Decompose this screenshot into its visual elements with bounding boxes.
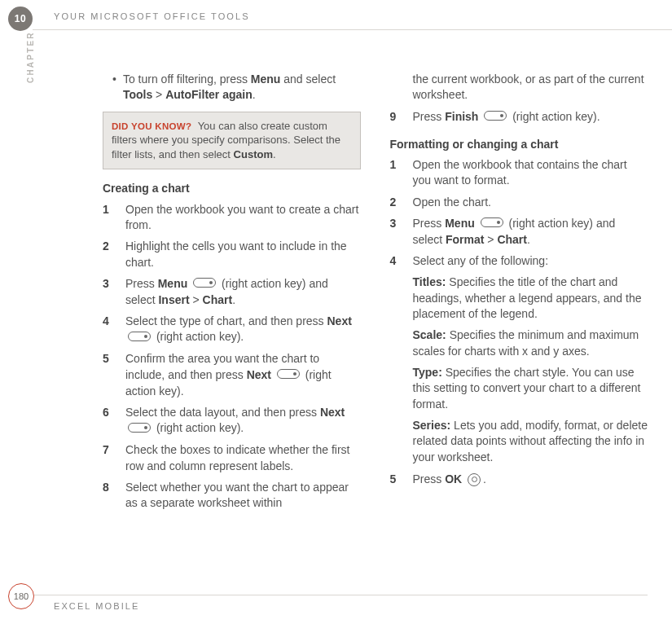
step-number: 9 (390, 109, 402, 125)
next-label: Next (327, 314, 351, 327)
sub-text: Specifies the minimum and maximum scales… (413, 328, 639, 357)
step-number: 8 (103, 480, 114, 512)
text: Press (413, 217, 446, 230)
text: > (152, 88, 165, 101)
list-item: 3 Press Menu (right action key) and sele… (390, 216, 648, 248)
step-text: Check the boxes to indicate whether the … (125, 442, 361, 474)
step-number: 3 (103, 276, 114, 308)
creating-chart-heading: Creating a chart (103, 181, 361, 196)
creating-chart-steps: 1Open the workbook you want to create a … (103, 202, 361, 512)
step-9: 9 Press Finish (right action key). (390, 109, 648, 125)
custom-label: Custom (234, 148, 273, 160)
right-action-key-icon (484, 109, 507, 125)
content-columns: • To turn off filtering, press Menu and … (103, 72, 648, 588)
center-key-icon (468, 472, 481, 489)
list-item: 1Open the workbook that contains the cha… (390, 157, 648, 189)
list-item: 2Open the chart. (390, 195, 648, 210)
step-text: Open the chart. (413, 195, 648, 210)
step-number: 5 (103, 351, 114, 399)
chapter-label-text: CHAPTER (26, 31, 35, 83)
text: and select (280, 72, 336, 86)
step-text: Press Menu (right action key) and select… (125, 276, 361, 308)
list-item: 5 Press OK . (390, 472, 648, 489)
step-text: Select any of the following: (413, 253, 648, 269)
text: (right action key). (153, 330, 244, 343)
list-item: 9 Press Finish (right action key). (390, 109, 648, 125)
step-text: Open the workbook you want to create a c… (125, 202, 361, 234)
text: Press (413, 110, 446, 123)
step-text: Press OK . (413, 472, 648, 489)
list-item: 4 Select the type of chart, and then pre… (103, 314, 361, 345)
list-item: 8Select whether you want the chart to ap… (103, 480, 361, 512)
menu-label: Menu (251, 72, 281, 86)
text: Press (413, 472, 446, 485)
right-action-key-icon (128, 421, 151, 437)
sub-type: Type: Specifies the chart style. You can… (413, 365, 648, 412)
footer-rule (33, 595, 648, 595)
step-number: 1 (103, 202, 114, 234)
text: . (273, 148, 276, 160)
right-action-key-icon (277, 367, 300, 383)
filter-off-bullet: • To turn off filtering, press Menu and … (103, 72, 361, 103)
step-number: 5 (390, 472, 402, 489)
step-number: 4 (103, 314, 114, 345)
chapter-number-badge: 10 (8, 7, 33, 31)
text: . (483, 472, 486, 485)
sub-series: Series: Lets you add, modify, format, or… (413, 418, 648, 465)
next-label: Next (247, 368, 271, 381)
chart-label: Chart (203, 293, 233, 306)
sub-label: Titles: (413, 275, 446, 288)
step-text: Confirm the area you want the chart to i… (125, 351, 361, 399)
page-footer: 180 EXCEL MOBILE (0, 595, 672, 619)
step-number: 3 (390, 216, 402, 248)
chapter-label-vertical: CHAPTER (8, 33, 18, 106)
text: To turn off filtering, press (123, 72, 251, 86)
sub-text: Specifies the chart style. You can use t… (413, 366, 641, 411)
ok-label: OK (445, 472, 462, 485)
list-item: 3 Press Menu (right action key) and sele… (103, 276, 361, 308)
page-number-badge: 180 (8, 583, 34, 609)
text: . (527, 233, 530, 246)
step-text: Highlight the cells you want to include … (125, 239, 361, 270)
list-item: 1Open the workbook you want to create a … (103, 202, 361, 234)
list-item: 5 Confirm the area you want the chart to… (103, 351, 361, 399)
text: Select the data layout, and then press (125, 406, 320, 419)
filter-off-text: To turn off filtering, press Menu and se… (123, 72, 361, 103)
insert-label: Insert (158, 293, 189, 306)
sub-text: Specifies the title of the chart and hea… (413, 275, 642, 320)
menu-label: Menu (158, 277, 188, 290)
step-text: Open the workbook that contains the char… (413, 157, 648, 189)
header-rule (33, 29, 672, 30)
text: > (484, 233, 497, 246)
format-label: Format (446, 233, 484, 246)
right-action-key-icon (193, 276, 216, 292)
step-number: 6 (103, 405, 114, 437)
text: Select the type of chart, and then press (125, 314, 327, 327)
menu-label: Menu (445, 217, 475, 230)
chart-label: Chart (497, 233, 527, 246)
tools-label: Tools (123, 88, 152, 101)
step-number: 7 (103, 442, 114, 474)
sub-scale: Scale: Specifies the minimum and maximum… (413, 327, 648, 359)
step-text: Select the data layout, and then press N… (125, 405, 361, 437)
list-item: 7Check the boxes to indicate whether the… (103, 442, 361, 474)
left-column: • To turn off filtering, press Menu and … (103, 72, 361, 588)
sub-label: Series: (413, 419, 451, 432)
bullet-dot-icon: • (112, 72, 116, 103)
text: > (190, 293, 203, 306)
header-title: YOUR MICROSOFT OFFICE TOOLS (54, 11, 250, 21)
step-number: 2 (390, 195, 402, 210)
step-number: 2 (103, 239, 114, 270)
list-item: 2Highlight the cells you want to include… (103, 239, 361, 270)
text: . (253, 88, 256, 101)
list-item: 4Select any of the following: (390, 253, 648, 269)
step-number: 4 (390, 253, 402, 269)
did-you-know-callout: DID YOU KNOW? You can also create custom… (103, 112, 361, 170)
footer-title: EXCEL MOBILE (54, 601, 140, 611)
formatting-chart-heading: Formatting or changing a chart (390, 137, 648, 152)
sub-label: Type: (413, 366, 442, 379)
right-action-key-icon (481, 216, 503, 231)
continuation-text: the current workbook, or as part of the … (413, 72, 648, 103)
text: . (232, 293, 235, 306)
autofilter-label: AutoFilter again (165, 88, 253, 101)
